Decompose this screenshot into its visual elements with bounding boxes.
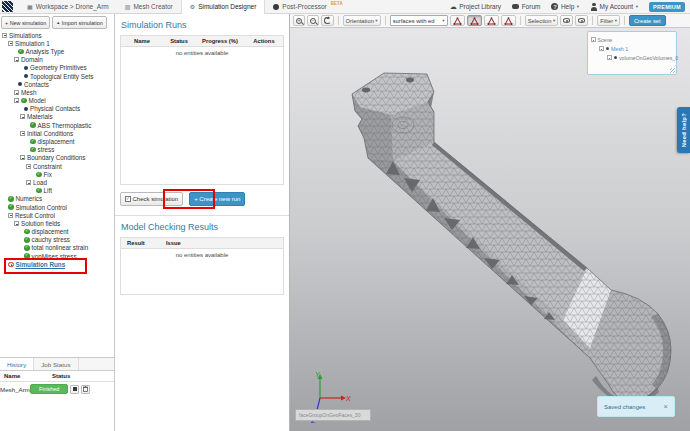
tree-item[interactable]: Simulation Control [0, 203, 115, 211]
tree-expander-icon[interactable] [20, 131, 25, 136]
visibility-checkbox[interactable] [607, 55, 612, 60]
mesh-display-toggle[interactable] [484, 15, 499, 26]
tree-item[interactable]: Topological Entity Sets [0, 72, 115, 80]
display-mode-select[interactable]: surfaces with ed ▾ [390, 15, 448, 26]
visibility-checkbox[interactable] [599, 46, 604, 51]
history-tab[interactable]: History [0, 358, 34, 370]
tree-item[interactable]: Simulation Runs [0, 260, 115, 268]
tree-item[interactable]: Domain [0, 56, 115, 64]
tree-item[interactable]: Initial Conditions [0, 129, 115, 137]
workspace-label: Workspace > Drone_Arm [36, 3, 109, 10]
tree-item[interactable]: Physical Contacts [0, 105, 115, 113]
help-icon: ? [551, 3, 558, 10]
simulation-runs-table: NameStatusProgress (%)Actions no entitie… [120, 35, 284, 185]
tree-expander-icon[interactable] [8, 213, 13, 218]
column-header: Name [121, 38, 163, 44]
tree-expander-icon[interactable] [26, 180, 31, 185]
tree-item-label: vonMises stress [32, 253, 77, 260]
tree-item[interactable]: Load [0, 178, 115, 186]
tree-item[interactable]: Solution fields [0, 219, 115, 227]
tree-item[interactable]: Mesh [0, 88, 115, 96]
check-simulation-button[interactable]: ✓ Check simulation [120, 192, 183, 206]
tree-expander-icon[interactable] [26, 164, 31, 169]
tab-simulation-designer[interactable]: ⚙ Simulation Designer [181, 0, 266, 14]
filter-dropdown[interactable]: Filter ▾ [597, 15, 620, 26]
need-help-tab[interactable]: Need help? [677, 107, 690, 153]
resize-handle[interactable] [670, 68, 675, 73]
tree-status-icon [24, 229, 30, 235]
stop-job-button[interactable] [70, 385, 79, 394]
tree-expander-icon[interactable] [2, 33, 7, 38]
tree-item[interactable]: Numerics [0, 195, 115, 203]
mesh-display-toggle[interactable] [450, 15, 465, 26]
column-header: Progress (%) [195, 38, 245, 44]
tree-expander-icon[interactable] [591, 37, 596, 42]
tree-item[interactable]: Constraint [0, 162, 115, 170]
history-tab[interactable]: Job Status [34, 358, 78, 370]
tree-item[interactable]: ABS Thermoplastic [0, 121, 115, 129]
forum-link[interactable]: Forum [512, 3, 540, 10]
eye-icon[interactable] [614, 56, 618, 60]
saved-changes-toast: Saved changes × [597, 396, 675, 417]
scene-items: Mesh 1 volumeOnGeoVolumes_0 [591, 44, 674, 62]
create-new-run-button[interactable]: + Create new run [189, 192, 245, 206]
selection-dropdown[interactable]: Selection ▾ [525, 15, 559, 26]
tree-item[interactable]: total nonlinear strain [0, 244, 115, 252]
tree-expander-icon[interactable] [20, 114, 25, 119]
tree-item[interactable]: Simulation 1 [0, 39, 115, 47]
tree-item[interactable]: Materials [0, 113, 115, 121]
import-simulation-button[interactable]: ▲ Import simulation [52, 16, 107, 29]
tree-item[interactable]: Simulations [0, 31, 115, 39]
close-icon[interactable]: × [664, 402, 668, 411]
zoom-out-button[interactable] [307, 15, 319, 26]
simulation-runs-panel: Simulation Runs NameStatusProgress (%)Ac… [115, 14, 290, 431]
new-simulation-button[interactable]: + New simulation [1, 16, 50, 29]
mesh-display-toggle[interactable] [467, 15, 482, 26]
scene-item-row[interactable]: volumeOnGeoVolumes_0 [607, 53, 674, 62]
tree-item[interactable]: vonMises stress [0, 252, 115, 260]
tree-item[interactable]: Geometry Primitives [0, 64, 115, 72]
tree-item[interactable]: stress [0, 146, 115, 154]
tree-item[interactable]: Model [0, 97, 115, 105]
tree-status-icon [30, 147, 36, 153]
tree-item-label: ABS Thermoplastic [38, 122, 92, 129]
tree-item[interactable]: cauchy stress [0, 236, 115, 244]
create-set-button[interactable]: Create set [629, 15, 666, 26]
tree-expander-icon[interactable] [14, 221, 19, 226]
tree-expander-icon[interactable] [14, 57, 19, 62]
workspace-breadcrumb[interactable]: ▦ Workspace > Drone_Arm [19, 0, 117, 14]
help-menu[interactable]: ? Help ▾ [551, 3, 579, 10]
tab-post-processor[interactable]: Post-Processor BETA [265, 0, 350, 14]
tree-item-label: Simulation 1 [15, 40, 50, 47]
tree-item[interactable]: Analysis Type [0, 47, 115, 55]
reset-view-button[interactable] [321, 15, 334, 26]
delete-job-button[interactable] [81, 385, 90, 394]
tree-item[interactable]: Result Control [0, 211, 115, 219]
orientation-dropdown[interactable]: Orientation ▾ [343, 15, 381, 26]
mesh-display-toggle[interactable] [501, 15, 516, 26]
my-account-menu[interactable]: My Account ▾ [590, 3, 638, 11]
show-selected-button[interactable] [560, 15, 573, 26]
tree-expander-icon[interactable] [20, 155, 25, 160]
zoom-in-button[interactable] [293, 15, 305, 26]
scene-root-row[interactable]: Scene [591, 35, 674, 44]
viewer-canvas[interactable]: Scene Mesh 1 volumeOnGeo [290, 28, 690, 431]
tree-item[interactable]: Fix [0, 170, 115, 178]
project-library-link[interactable]: ☁ Project Library [450, 3, 501, 10]
scene-item-row[interactable]: Mesh 1 [599, 44, 674, 53]
tree-item[interactable]: displacement [0, 228, 115, 236]
tree-expander-icon[interactable] [14, 90, 19, 95]
tree-item[interactable]: Contacts [0, 80, 115, 88]
tree-item[interactable]: displacement [0, 137, 115, 145]
app-logo[interactable] [2, 1, 13, 12]
person-icon [590, 3, 597, 11]
tree-item-label: Constraint [33, 163, 62, 170]
tree-expander-icon[interactable] [8, 41, 13, 46]
eye-icon[interactable] [606, 47, 610, 51]
tree-item[interactable]: Boundary Conditions [0, 154, 115, 162]
tree-item[interactable]: Lift [0, 187, 115, 195]
tree-expander-icon[interactable] [14, 98, 19, 103]
tab-mesh-creator[interactable]: ▥ Mesh Creator [117, 0, 181, 14]
hide-selected-button[interactable] [575, 15, 588, 26]
history-row[interactable]: Mesh_Arm Finished [0, 382, 114, 396]
